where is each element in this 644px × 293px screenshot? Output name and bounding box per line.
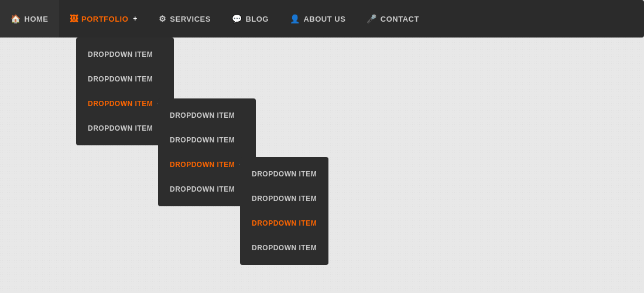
nav-about-label: ABOUT US [303,15,345,23]
dropdown-level3: DROPDOWN ITEM DROPDOWN ITEM DROPDOWN ITE… [240,157,328,265]
nav-home-label: HOME [25,15,49,23]
services-icon: ⚙ [159,14,167,23]
dropdown3-item2[interactable]: DROPDOWN ITEM [240,186,328,211]
dropdown1-item1[interactable]: DROPDOWN ITEM [76,42,174,67]
nav-contact-label: CONTACT [381,15,419,23]
dropdown3-item3-label: DROPDOWN ITEM [252,219,317,227]
dropdown3-item4-label: DROPDOWN ITEM [252,244,317,252]
contact-icon: 🎤 [366,14,377,23]
portfolio-plus: + [133,15,138,23]
nav-contact[interactable]: 🎤 CONTACT [356,0,430,38]
home-icon: 🏠 [11,14,21,23]
dropdown1-item1-label: DROPDOWN ITEM [88,50,153,59]
dropdown2-item1-label: DROPDOWN ITEM [170,111,235,120]
dropdown1-item4-label: DROPDOWN ITEM [88,124,153,132]
nav-services-label: SERVICES [170,15,211,23]
navbar: 🏠 HOME 🖼 PORTFOLIO + ⚙ SERVICES 💬 BLOG 👤… [0,0,644,38]
dropdown2-item2-label: DROPDOWN ITEM [170,136,235,144]
dropdown2-item3-label: DROPDOWN ITEM [170,161,235,169]
nav-services[interactable]: ⚙ SERVICES [148,0,221,38]
nav-blog[interactable]: 💬 BLOG [221,0,279,38]
nav-home[interactable]: 🏠 HOME [0,0,59,38]
blog-icon: 💬 [232,14,242,23]
dropdown2-item2[interactable]: DROPDOWN ITEM [158,128,256,152]
nav-about[interactable]: 👤 ABOUT US [279,0,356,38]
nav-blog-label: BLOG [245,15,269,23]
dropdown3-item3[interactable]: DROPDOWN ITEM [240,211,328,236]
dropdown3-item1-label: DROPDOWN ITEM [252,170,317,178]
dropdown2-item1[interactable]: DROPDOWN ITEM [158,103,256,128]
dropdown1-item2-label: DROPDOWN ITEM [88,75,153,83]
dropdown1-item2[interactable]: DROPDOWN ITEM [76,67,174,91]
dropdown3-item1[interactable]: DROPDOWN ITEM [240,162,328,186]
about-icon: 👤 [290,14,300,23]
nav-portfolio-label: PORTFOLIO [81,15,128,23]
dropdown3-item2-label: DROPDOWN ITEM [252,195,317,203]
nav-portfolio[interactable]: 🖼 PORTFOLIO + [59,0,148,38]
dropdown1-item3-label: DROPDOWN ITEM [88,100,153,108]
portfolio-icon: 🖼 [70,14,78,23]
dropdown2-item4-label: DROPDOWN ITEM [170,185,235,193]
dropdown3-item4[interactable]: DROPDOWN ITEM [240,236,328,260]
